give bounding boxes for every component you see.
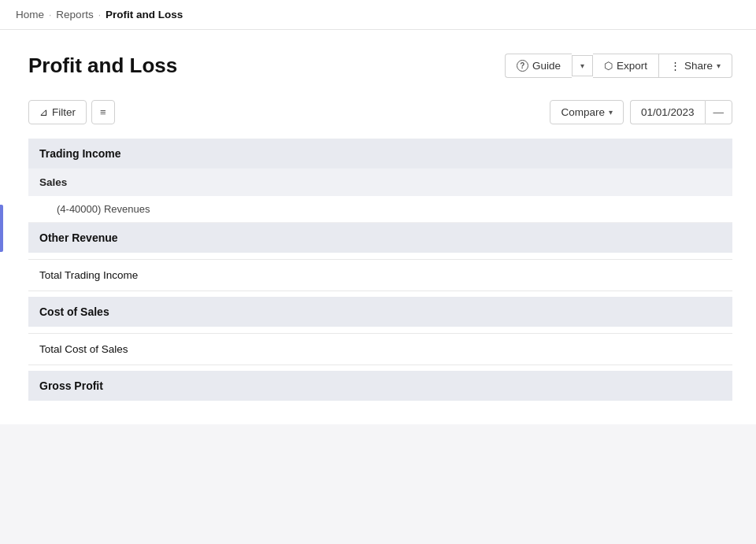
export-button[interactable]: ⬡ Export [593, 54, 659, 78]
date-start-input[interactable]: 01/01/2023 [630, 100, 705, 124]
date-start-value: 01/01/2023 [641, 106, 695, 118]
table-row: Total Cost of Sales [28, 333, 732, 365]
share-icon: ⋮ [670, 60, 680, 72]
guide-chevron-button[interactable]: ▾ [572, 55, 593, 76]
report-table: Trading Income Sales (4-40000) Revenues … [28, 139, 732, 401]
export-label: Export [617, 60, 647, 72]
breadcrumb-current: Profit and Loss [106, 9, 183, 20]
chevron-down-icon: ▾ [580, 61, 584, 70]
date-range-separator: — [705, 100, 733, 124]
main-content: Profit and Loss ? Guide ▾ ⬡ Export ⋮ Sha… [0, 30, 756, 424]
compare-chevron-icon: ▾ [609, 108, 613, 117]
table-row: (4-40000) Revenues [28, 196, 732, 223]
toolbar-left: ⊿ Filter ≡ [28, 100, 115, 124]
table-row: Total Trading Income [28, 259, 732, 291]
guide-icon: ? [517, 60, 528, 72]
spacer-row [28, 291, 732, 297]
share-chevron-icon: ▾ [717, 61, 721, 70]
breadcrumb: Home · Reports · Profit and Loss [0, 0, 756, 30]
compare-button[interactable]: Compare ▾ [550, 100, 624, 124]
table-row: Cost of Sales [28, 297, 732, 327]
page-header: Profit and Loss ? Guide ▾ ⬡ Export ⋮ Sha… [28, 54, 732, 78]
breadcrumb-home[interactable]: Home [16, 9, 44, 20]
filter-icon: ⊿ [39, 106, 48, 118]
table-row: Trading Income [28, 139, 732, 168]
header-actions: ? Guide ▾ ⬡ Export ⋮ Share ▾ [505, 54, 732, 78]
toolbar: ⊿ Filter ≡ Compare ▾ 01/01/2023 — [28, 100, 732, 124]
table-row: Sales [28, 168, 732, 196]
sales-header: Sales [28, 168, 732, 196]
guide-label: Guide [532, 60, 561, 72]
list-icon: ≡ [100, 106, 106, 118]
table-row: Gross Profit [28, 371, 732, 401]
other-revenue-header: Other Revenue [28, 223, 732, 253]
trading-income-header: Trading Income [28, 139, 732, 168]
breadcrumb-sep-1: · [49, 9, 51, 20]
cost-of-sales-header: Cost of Sales [28, 297, 732, 327]
list-view-button[interactable]: ≡ [91, 100, 115, 124]
filter-label: Filter [52, 106, 76, 118]
left-accent-bar [0, 205, 3, 252]
breadcrumb-sep-2: · [98, 9, 101, 20]
breadcrumb-reports[interactable]: Reports [56, 9, 93, 20]
compare-label: Compare [561, 106, 605, 118]
spacer-row [28, 365, 732, 371]
total-trading-income: Total Trading Income [28, 259, 732, 291]
filter-button[interactable]: ⊿ Filter [28, 100, 87, 124]
page-title: Profit and Loss [28, 54, 177, 78]
export-icon: ⬡ [604, 60, 613, 72]
total-cost-of-sales: Total Cost of Sales [28, 333, 732, 365]
guide-button[interactable]: ? Guide [505, 54, 572, 78]
toolbar-right: Compare ▾ 01/01/2023 — [550, 100, 732, 124]
revenues-item: (4-40000) Revenues [28, 196, 732, 223]
table-row: Other Revenue [28, 223, 732, 253]
gross-profit-header: Gross Profit [28, 371, 732, 401]
spacer-row [28, 327, 732, 333]
share-button[interactable]: ⋮ Share ▾ [659, 54, 732, 78]
spacer-row [28, 253, 732, 259]
share-label: Share [684, 60, 713, 72]
